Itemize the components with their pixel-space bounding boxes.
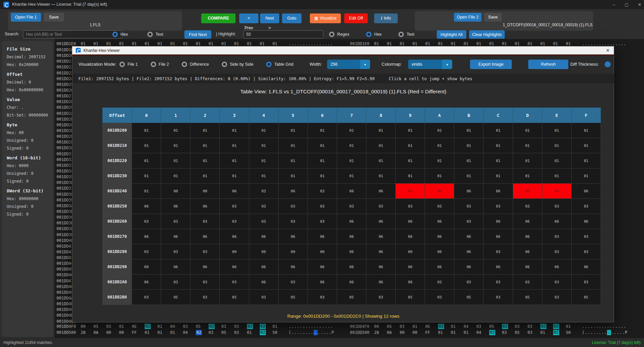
table-cell[interactable]: 06 <box>484 184 513 199</box>
hex-byte[interactable]: 04 <box>476 330 489 336</box>
table-diff-cell[interactable]: 06 <box>513 184 542 199</box>
hex-byte[interactable]: 03 <box>528 324 540 329</box>
hex-byte[interactable]: 03 <box>221 324 234 329</box>
table-cell[interactable]: 06 <box>396 214 425 229</box>
table-cell[interactable]: 06 <box>308 229 337 244</box>
table-cell[interactable]: 01 <box>396 123 425 138</box>
hex-byte[interactable]: 04 <box>183 330 196 336</box>
table-cell[interactable]: 01 <box>190 123 220 138</box>
table-cell[interactable]: 03 <box>454 199 484 214</box>
table-cell[interactable]: 01 <box>366 138 395 153</box>
table-cell[interactable]: 03 <box>513 275 542 290</box>
table-cell[interactable]: 03 <box>484 275 513 290</box>
table-cell[interactable]: 06 <box>542 259 571 275</box>
table-cell[interactable]: 03 <box>425 290 454 305</box>
hex-byte[interactable]: 03 <box>234 324 247 329</box>
hex-byte[interactable]: 03 <box>400 324 413 329</box>
hex-byte[interactable]: 01 <box>540 330 553 336</box>
table-cell[interactable]: 03 <box>396 199 425 214</box>
table-cell[interactable]: 01 <box>542 138 571 153</box>
table-cell[interactable]: 03 <box>132 214 161 229</box>
table-cell[interactable]: 01 <box>366 168 395 184</box>
table-cell[interactable]: 01 <box>484 138 513 153</box>
hex-byte[interactable]: 02 <box>553 324 566 329</box>
table-cell[interactable]: 06 <box>132 199 161 214</box>
hex-byte[interactable]: 04 <box>170 324 183 329</box>
table-cell[interactable]: 06 <box>396 229 425 244</box>
hex-byte[interactable]: 03 <box>502 330 515 336</box>
table-cell[interactable]: 03 <box>425 199 454 214</box>
hex-byte[interactable]: 01 <box>451 330 464 336</box>
table-cell[interactable]: 01 <box>249 123 278 138</box>
table-cell[interactable]: 06 <box>366 184 395 199</box>
hex-byte[interactable]: 01 <box>145 330 157 336</box>
hex-byte[interactable]: 02 <box>489 330 502 336</box>
open-file1-button[interactable]: Open File 1 <box>11 13 41 22</box>
table-cell[interactable]: 01 <box>513 153 542 168</box>
table-cell[interactable]: 06 <box>366 244 395 259</box>
mode-radio-file-1[interactable]: File 1 <box>119 62 138 67</box>
table-cell[interactable]: 06 <box>425 214 454 229</box>
table-cell[interactable]: 03 <box>484 290 513 305</box>
hex-byte[interactable]: 03 <box>209 330 221 336</box>
mode-radio-side-by-side[interactable]: Side by Side <box>222 62 253 67</box>
hex-byte[interactable]: 28 <box>374 330 387 336</box>
table-cell[interactable]: 03 <box>337 199 366 214</box>
table-cell[interactable]: 06 <box>513 229 542 244</box>
table-cell[interactable]: 03 <box>278 199 308 214</box>
radio-icon[interactable] <box>182 62 187 67</box>
table-cell[interactable]: 06 <box>484 214 513 229</box>
hex-byte[interactable]: 02 <box>247 324 260 329</box>
table-cell[interactable]: 01 <box>454 138 484 153</box>
close-button[interactable]: ✕ <box>638 2 641 7</box>
hex-byte[interactable]: 01 <box>119 324 132 329</box>
table-cell[interactable]: 01 <box>161 138 190 153</box>
hex-byte[interactable]: 01 <box>566 324 579 329</box>
hex-byte[interactable]: 28 <box>81 330 94 336</box>
table-cell[interactable]: 03 <box>220 199 249 214</box>
table-cell[interactable]: 06 <box>454 184 484 199</box>
table-cell[interactable]: 03 <box>161 214 190 229</box>
visualize-button[interactable]: ▦Visualize <box>310 13 341 23</box>
table-cell[interactable]: 06 <box>249 229 278 244</box>
table-cell[interactable]: 06 <box>161 229 190 244</box>
hex-byte[interactable]: 02 <box>196 330 209 336</box>
table-cell[interactable]: 06 <box>132 229 161 244</box>
table-cell[interactable]: 06 <box>425 259 454 275</box>
table-cell[interactable]: 03 <box>132 290 161 305</box>
table-cell[interactable]: 05 <box>571 290 601 305</box>
table-cell[interactable]: 03 <box>366 199 395 214</box>
table-cell[interactable]: 01 <box>571 153 601 168</box>
highlight-radio-regex[interactable]: Regex <box>329 32 349 37</box>
table-cell[interactable]: 00 <box>161 184 190 199</box>
table-cell[interactable]: 06 <box>571 259 601 275</box>
table-cell[interactable]: 00 <box>190 184 220 199</box>
radio-icon[interactable] <box>222 62 227 67</box>
dialog-close-icon[interactable]: ✕ <box>606 48 610 53</box>
hex-byte[interactable]: 04 <box>464 324 476 329</box>
hex-byte[interactable]: 03 <box>515 324 528 329</box>
hex-byte[interactable]: 01 <box>157 324 170 329</box>
table-cell[interactable]: 01 <box>513 138 542 153</box>
table-cell[interactable]: 01 <box>190 168 220 184</box>
hex-byte[interactable]: 0A <box>387 330 400 336</box>
hex-byte[interactable]: 02 <box>540 324 553 329</box>
table-cell[interactable]: 01 <box>161 153 190 168</box>
table-cell[interactable]: 01 <box>132 168 161 184</box>
table-cell[interactable]: 03 <box>220 275 249 290</box>
table-cell[interactable]: 01 <box>308 123 337 138</box>
table-cell[interactable]: 06 <box>542 214 571 229</box>
radio-icon[interactable] <box>151 62 156 67</box>
table-cell[interactable]: 01 <box>337 123 366 138</box>
table-cell[interactable]: 01 <box>366 153 395 168</box>
hex-byte[interactable]: 01 <box>157 330 170 336</box>
table-cell[interactable]: 06 <box>366 259 395 275</box>
table-cell[interactable]: 06 <box>484 259 513 275</box>
table-cell[interactable]: 03 <box>190 290 220 305</box>
table-cell[interactable]: 06 <box>249 275 278 290</box>
table-cell[interactable]: 06 <box>132 275 161 290</box>
open-file2-button[interactable]: Open File 2 <box>454 13 481 22</box>
highlight-radio-hex[interactable]: Hex <box>366 32 382 37</box>
table-cell[interactable]: 00 <box>396 244 425 259</box>
highlight-input[interactable] <box>243 30 323 38</box>
